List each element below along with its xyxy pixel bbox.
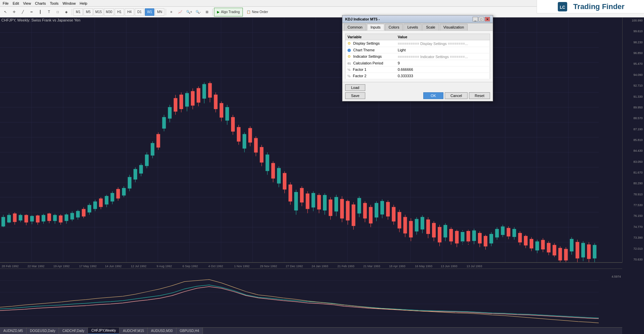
main-chart[interactable]: [0, 17, 622, 263]
menu-tools[interactable]: Tools: [50, 1, 59, 5]
tf-w1[interactable]: W1: [145, 8, 154, 16]
crosshair-tool[interactable]: ✛: [10, 8, 18, 16]
tab-audusd-m30[interactable]: AUDUSD,M30: [148, 328, 176, 334]
reset-button[interactable]: Reset: [469, 92, 490, 99]
kdj-chart[interactable]: KDJ (9) 75.3695 74.6074 73.0831 4.5974: [0, 269, 622, 327]
svg-rect-217: [524, 236, 527, 245]
price-level-13: 83.050: [624, 160, 643, 163]
dialog-tab-common[interactable]: Common: [344, 24, 366, 31]
svg-rect-207: [495, 229, 499, 237]
menu-charts[interactable]: Charts: [35, 1, 46, 5]
hline-tool[interactable]: ━: [28, 8, 36, 16]
tab-dogeusd-daily[interactable]: DOGEUSD,Daily: [26, 328, 59, 334]
svg-rect-173: [398, 212, 401, 228]
svg-rect-73: [111, 193, 114, 201]
menu-view[interactable]: View: [23, 1, 31, 5]
dialog-tab-levels[interactable]: Levels: [404, 24, 422, 31]
tf-m5[interactable]: M5: [84, 8, 93, 16]
svg-rect-0: [0, 17, 599, 262]
dialog-minimize-btn[interactable]: _: [473, 17, 478, 21]
svg-text:13 Jun 1993: 13 Jun 1993: [441, 265, 458, 268]
svg-rect-197: [467, 231, 470, 241]
svg-rect-241: [593, 245, 596, 258]
tf-m15[interactable]: M15: [94, 8, 103, 16]
zoom-in-btn[interactable]: 🔍+: [185, 8, 194, 16]
table-row[interactable]: ⅓ Factor 1 0.666666: [345, 66, 490, 73]
new-order-btn[interactable]: 📋 New Order: [244, 8, 271, 16]
menu-file[interactable]: File: [3, 1, 9, 5]
price-scale: 100.990 99.610 98.230 96.850 95.470 94.0…: [622, 17, 644, 263]
dialog-close-btn[interactable]: ✕: [485, 17, 490, 21]
svg-rect-189: [444, 225, 447, 237]
table-row[interactable]: 01 Calculation Period 9: [345, 60, 490, 66]
menu-edit[interactable]: Edit: [13, 1, 19, 5]
svg-rect-195: [461, 232, 464, 241]
tab-cadchf-daily[interactable]: CADCHF,Daily: [59, 328, 88, 334]
cursor-tool[interactable]: ↖: [1, 8, 9, 16]
tf-m30[interactable]: M30: [104, 8, 114, 16]
menu-help[interactable]: Help: [80, 1, 88, 5]
svg-rect-35: [2, 217, 5, 226]
save-button[interactable]: Save: [345, 92, 365, 99]
tf-h1[interactable]: H1: [115, 8, 124, 16]
svg-rect-43: [24, 215, 28, 222]
text-tool[interactable]: T: [45, 8, 53, 16]
price-level-3: 96.850: [624, 51, 643, 55]
vline-tool[interactable]: ┃: [36, 8, 44, 16]
dialog-tab-colors[interactable]: Colors: [385, 24, 403, 31]
svg-rect-47: [36, 216, 40, 222]
dialog-tab-scale[interactable]: Scale: [422, 24, 439, 31]
inputs-table: Variable Value ⚙ Display Settings ======…: [345, 34, 490, 79]
fib-tool[interactable]: ◈: [62, 8, 70, 16]
svg-rect-179: [415, 219, 418, 231]
tab-audnzd-m5[interactable]: AUDNZD,M5: [0, 328, 26, 334]
main-content: CHFJPY, Weekly: Swiss Frank vs Japanese …: [0, 17, 644, 334]
ok-button[interactable]: OK: [423, 92, 443, 99]
tab-gbpusd-h4[interactable]: GBPUSD,H4: [176, 328, 203, 334]
tf-m1[interactable]: M1: [73, 8, 83, 16]
svg-rect-205: [490, 234, 493, 243]
price-level-19: 74.770: [624, 225, 643, 229]
load-button[interactable]: Load: [345, 84, 365, 91]
svg-rect-75: [116, 189, 120, 198]
svg-text:13 Jul 1993: 13 Jul 1993: [467, 265, 482, 268]
svg-rect-91: [162, 117, 166, 129]
indicators-btn[interactable]: 📈: [176, 8, 184, 16]
table-row[interactable]: Chart Theme Light: [345, 47, 490, 53]
chart-type-btn[interactable]: ≡: [167, 8, 175, 16]
svg-rect-227: [553, 245, 556, 255]
svg-rect-169: [386, 202, 390, 216]
svg-text:29 Nov 1992: 29 Nov 1992: [260, 265, 277, 268]
svg-rect-119: [243, 134, 246, 148]
svg-rect-229: [558, 248, 562, 260]
svg-rect-151: [335, 197, 338, 211]
tab-audchf-m15[interactable]: AUDCHF,M15: [119, 328, 148, 334]
svg-rect-219: [530, 239, 533, 248]
price-level-10: 87.190: [624, 128, 643, 131]
table-row[interactable]: ⚙ Indicator Settings ========== Indicato…: [345, 53, 490, 60]
dialog-tab-visualization[interactable]: Visualization: [440, 24, 468, 31]
table-row[interactable]: ⚙ Display Settings ========== Display Se…: [345, 40, 490, 47]
dialog-tab-inputs[interactable]: Inputs: [367, 24, 384, 31]
dialog-maximize-btn[interactable]: □: [479, 17, 484, 21]
svg-rect-65: [88, 205, 91, 212]
table-row[interactable]: ⅔ Factor 2 0.333333: [345, 73, 490, 79]
svg-text:28 Feb 1992: 28 Feb 1992: [2, 265, 19, 268]
cancel-button[interactable]: Cancel: [445, 92, 468, 99]
shapes-tool[interactable]: □: [54, 8, 62, 16]
dialog-title-bar[interactable]: KDJ Indicator MT5 - _ □ ✕: [342, 15, 493, 23]
grid-btn[interactable]: ⊞: [203, 8, 211, 16]
tab-chfjpy-weekly[interactable]: CHFJPY,Weekly: [88, 328, 119, 334]
algo-trading-btn[interactable]: ▶ Algo Trading: [214, 8, 243, 16]
svg-rect-77: [122, 188, 125, 195]
tf-d1[interactable]: D1: [135, 8, 144, 16]
menu-window[interactable]: Window: [62, 1, 75, 5]
svg-rect-187: [438, 227, 441, 242]
tf-h4[interactable]: H4: [125, 8, 134, 16]
svg-rect-147: [323, 195, 326, 210]
zoom-out-btn[interactable]: 🔍-: [194, 8, 202, 16]
svg-rect-193: [455, 231, 459, 243]
price-level-15: 80.290: [624, 182, 643, 185]
tf-mn[interactable]: MN: [155, 8, 164, 16]
line-tool[interactable]: ╱: [19, 8, 27, 16]
